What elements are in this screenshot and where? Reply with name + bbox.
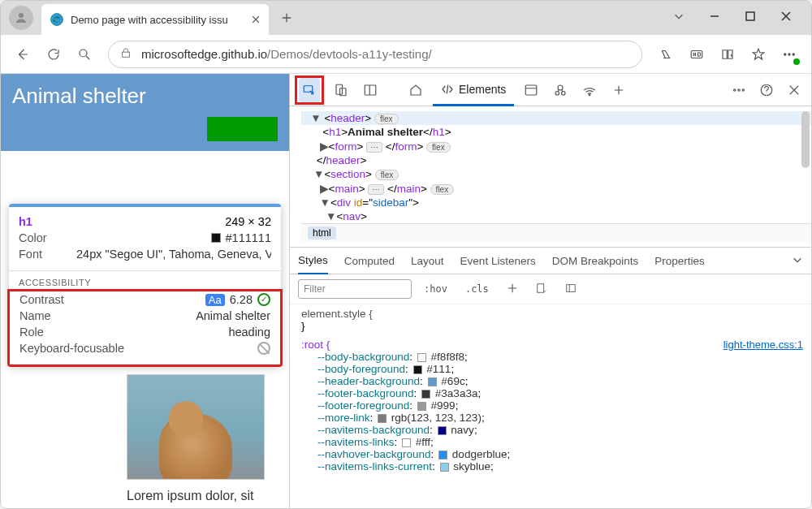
sources-tab-icon[interactable] [548,78,572,102]
hov-toggle[interactable]: :hov [418,281,453,297]
inspect-dims: 249 × 32 [225,215,271,228]
devtools-more-icon[interactable] [727,78,751,102]
svg-point-14 [558,85,563,90]
application-tab-icon[interactable] [519,78,543,102]
device-emulation-button[interactable] [329,78,353,102]
browser-tab[interactable]: Demo page with accessibility issu [41,4,269,35]
css-property[interactable]: --more-link: rgb(123, 123, 123); [301,412,803,424]
more-menu-button[interactable] [774,39,805,70]
svg-point-19 [738,88,740,90]
minimize-button[interactable] [709,11,720,25]
css-property[interactable]: --footer-background: #3a3a3a; [301,387,803,399]
refresh-button[interactable] [38,39,69,70]
tab-dom-breakpoints[interactable]: DOM Breakpoints [552,255,639,267]
lock-icon [120,47,132,62]
cls-toggle[interactable]: .cls [460,281,495,297]
svg-rect-13 [526,85,538,95]
inspect-tag: h1 [19,215,32,228]
tab-styles[interactable]: Styles [298,247,328,274]
css-property[interactable]: --body-foreground: #111; [301,363,803,375]
svg-rect-22 [538,283,544,292]
rendered-page: Animal shelter Sheep Horses Alpacas Help… [1,74,289,508]
svg-point-20 [742,88,744,90]
devtools-close-button[interactable] [782,78,806,102]
network-tab-icon[interactable] [577,78,602,102]
svg-point-3 [80,50,87,57]
filter-input[interactable]: Filter [298,279,412,299]
svg-point-17 [590,94,591,96]
back-button[interactable] [7,39,38,70]
styles-toolbar: Filter :hov .cls [290,274,811,304]
css-property[interactable]: --navitems-background: navy; [301,424,803,436]
devtools-panel: Elements ▼ <header> flex <h1>Animal shel… [289,74,811,508]
address-bar: microsoftedge.github.io/Demos/devtools-a… [1,35,811,74]
tab-title: Demo page with accessibility issu [71,14,246,26]
search-icon[interactable] [69,39,100,70]
svg-point-8 [793,53,794,54]
check-icon: ✓ [257,293,270,306]
edge-icon [50,12,64,27]
read-aloud-icon[interactable] [650,39,681,70]
css-source-link[interactable]: light-theme.css:1 [723,339,803,351]
scrollbar[interactable] [801,111,810,168]
favorite-icon[interactable] [743,39,774,70]
svg-rect-23 [567,284,576,291]
hd-icon[interactable] [681,39,712,70]
inspect-tool-highlight [295,75,324,105]
css-property[interactable]: --navitems-links: #fff; [301,436,803,448]
profile-icon[interactable] [9,6,33,30]
browser-titlebar: Demo page with accessibility issu [1,1,811,35]
contrast-badge: Aa [205,294,225,306]
a11y-section-highlight: Contrast Aa6.28✓ Name Animal shelter Rol… [7,289,283,367]
tab-actions-icon[interactable] [673,11,685,25]
inspect-element-button[interactable] [299,78,320,102]
maximize-button[interactable] [745,11,756,25]
immersive-reader-icon[interactable] [712,39,743,70]
svg-rect-12 [365,85,376,95]
svg-rect-10 [336,84,343,94]
lorem-text: Lorem ipsum dolor, sit amet consectetur … [127,488,265,508]
notification-dot [793,58,800,65]
green-block [207,117,278,141]
new-rule-button[interactable] [501,280,524,299]
new-tab-button[interactable] [272,3,301,32]
computed-toggle-icon[interactable] [559,280,582,299]
a11y-heading: ACCESSIBILITY [9,270,281,291]
styles-tabs: Styles Computed Layout Event Listeners D… [290,247,811,274]
css-property[interactable]: --header-background: #69c; [301,375,803,387]
tab-computed[interactable]: Computed [344,255,395,267]
css-property[interactable]: --navhover-background: dodgerblue; [301,448,803,460]
breadcrumb[interactable]: html [301,223,811,242]
devtools-toolbar: Elements [290,74,811,106]
chevron-down-icon[interactable] [792,254,803,268]
dom-tree[interactable]: ▼ <header> flex <h1>Animal shelter</h1> … [290,106,811,247]
tab-layout[interactable]: Layout [411,255,444,267]
svg-point-0 [19,13,24,18]
svg-point-6 [784,53,786,54]
dock-side-icon[interactable] [358,78,382,102]
not-focusable-icon [257,342,270,355]
color-swatch [211,233,221,243]
close-tab-icon[interactable] [249,13,262,26]
css-property[interactable]: --body-background: #f8f8f8; [301,351,803,363]
css-pane[interactable]: element.style {} light-theme.css:1 :root… [290,304,811,508]
close-window-button[interactable] [780,11,792,25]
tab-properties[interactable]: Properties [654,255,705,267]
svg-rect-4 [123,52,130,57]
svg-point-1 [51,14,63,26]
print-media-icon[interactable] [530,280,553,299]
elements-tab[interactable]: Elements [433,74,514,106]
tab-event-listeners[interactable]: Event Listeners [460,255,536,267]
page-header: Animal shelter [1,74,289,151]
svg-point-7 [788,53,790,54]
cat-image [127,374,265,480]
url-text: microsoftedge.github.io/Demos/devtools-a… [141,47,432,61]
devtools-help-icon[interactable] [754,78,779,102]
svg-point-18 [734,88,736,90]
svg-rect-9 [304,85,313,92]
css-property[interactable]: --footer-foreground: #999; [301,399,803,412]
welcome-tab-icon[interactable] [404,78,428,102]
more-tabs-button[interactable] [607,78,631,102]
url-input[interactable]: microsoftedge.github.io/Demos/devtools-a… [108,41,642,68]
css-property[interactable]: --navitems-links-current: skyblue; [301,460,803,472]
